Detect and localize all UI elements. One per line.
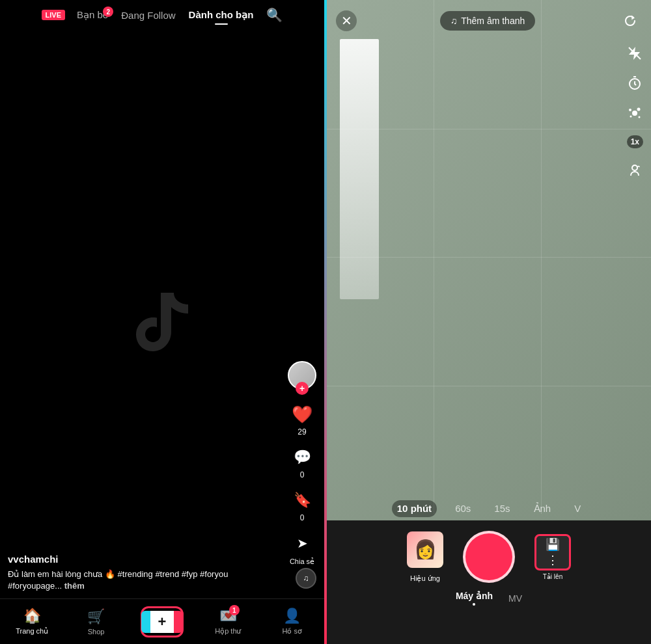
nav-inbox[interactable]: 💌 1 Hộp thư [208, 608, 247, 636]
camera-controls-row: 👩 Hiệu ứng 💾 ⋮ Tải lên [327, 531, 651, 583]
bookmark-action[interactable]: 🔖 0 [290, 489, 314, 522]
gallery-thumbnail[interactable]: 👩 [407, 531, 443, 568]
upload-icon: 💾 [546, 537, 560, 552]
duration-15s[interactable]: 15s [489, 500, 515, 517]
inbox-badge: 1 [229, 605, 240, 615]
record-button[interactable] [463, 531, 515, 583]
video-description: Đủ làm em hài lòng chưa 🔥 #trending #tre… [8, 569, 279, 592]
camera-mode-row: Máy ảnh MV [456, 591, 522, 606]
nav-home[interactable]: 🏠 Trang chủ [12, 608, 51, 636]
effect-label: Hiệu ứng [410, 574, 440, 583]
duration-selector: 10 phút 60s 15s Ảnh V [327, 500, 651, 517]
gallery-preview: 👩 [407, 531, 443, 568]
close-button[interactable]: ✕ [336, 10, 357, 31]
create-button-wrapper[interactable]: + [141, 606, 184, 637]
comment-action[interactable]: 💬 0 [290, 446, 314, 479]
heart-icon: ❤️ [290, 403, 314, 426]
right-panel: ✕ ♫ Thêm âm thanh [327, 0, 651, 644]
rotate-camera-button[interactable] [618, 9, 642, 33]
profile-icon: 👤 [283, 608, 301, 624]
notification-badge: 2 [103, 7, 113, 17]
share-label: Chia sẻ [290, 557, 314, 566]
record-inner [467, 535, 511, 579]
duration-10min[interactable]: 10 phút [392, 500, 437, 517]
speed-icon[interactable]: 1x [627, 135, 643, 148]
more-link[interactable]: thêm [64, 581, 85, 591]
mode-camera[interactable]: Máy ảnh [456, 591, 493, 606]
grid-line-v2 [541, 0, 542, 514]
video-info: vvchamchi Đủ làm em hài lòng chưa 🔥 #tre… [8, 554, 279, 592]
comment-icon: 💬 [290, 446, 314, 469]
share-action[interactable]: ➤ Chia sẻ [290, 531, 314, 566]
svg-point-6 [639, 116, 641, 118]
grid-line-h3 [327, 386, 651, 386]
timer-icon[interactable] [627, 75, 643, 91]
speed-label: 1x [627, 135, 643, 148]
duration-v[interactable]: V [569, 500, 586, 517]
like-count: 29 [298, 427, 306, 436]
svg-point-4 [637, 108, 641, 111]
svg-point-5 [630, 116, 632, 118]
upload-button[interactable]: 💾 ⋮ [534, 534, 571, 570]
mode-mv[interactable]: MV [508, 593, 522, 604]
duration-60s[interactable]: 60s [450, 500, 476, 517]
nav-tab-for-you[interactable]: Dành cho bạn [185, 7, 258, 23]
live-badge[interactable]: LIVE [42, 10, 65, 20]
search-icon[interactable]: 🔍 [266, 7, 283, 23]
create-icon: + [158, 613, 167, 630]
upload-dots-icon: ⋮ [547, 553, 559, 567]
effects-icon[interactable] [627, 105, 643, 121]
music-note-icon: ♫ [450, 16, 458, 26]
home-icon: 🏠 [23, 608, 41, 624]
camera-right-sidebar: 1x [627, 46, 643, 178]
video-area [0, 0, 324, 644]
gallery-container: 👩 Hiệu ứng [407, 531, 443, 583]
nav-tab-following[interactable]: Đang Follow [117, 7, 179, 23]
shop-icon: 🛒 [87, 608, 105, 625]
flash-icon[interactable] [627, 46, 643, 61]
svg-point-3 [629, 109, 631, 111]
mode-indicator [473, 603, 475, 606]
grid-line-v1 [434, 0, 434, 514]
avatar-container: + [288, 361, 316, 390]
nav-shop[interactable]: 🛒 Shop [77, 608, 116, 636]
duration-photo[interactable]: Ảnh [529, 500, 557, 517]
follow-button[interactable]: + [296, 382, 309, 395]
bookmark-icon: 🔖 [290, 489, 314, 512]
share-icon: ➤ [290, 531, 314, 555]
add-sound-button[interactable]: ♫ Thêm âm thanh [440, 11, 536, 31]
top-nav: LIVE Bạn bè 2 Đang Follow Dành cho bạn 🔍 [0, 0, 324, 30]
nav-tab-friends[interactable]: Bạn bè 2 [73, 7, 112, 23]
upload-label: Tải lên [543, 573, 562, 580]
upload-container: 💾 ⋮ Tải lên [534, 534, 571, 580]
window-light [340, 39, 379, 299]
video-username[interactable]: vvchamchi [8, 554, 279, 565]
comment-count: 0 [300, 470, 305, 479]
nav-profile[interactable]: 👤 Hồ sơ [273, 608, 312, 636]
camera-bottom: 👩 Hiệu ứng 💾 ⋮ Tải lên Máy ảnh [327, 520, 651, 644]
svg-point-7 [632, 165, 637, 170]
svg-point-2 [632, 111, 637, 116]
tiktok-watermark [136, 293, 188, 351]
camera-top-bar: ✕ ♫ Thêm âm thanh [327, 9, 651, 33]
beauty-icon[interactable] [627, 163, 643, 178]
bottom-nav: 🏠 Trang chủ 🛒 Shop + 💌 1 Hộp thư 👤 Hồ sơ [0, 598, 324, 644]
like-action[interactable]: ❤️ 29 [290, 403, 314, 436]
music-disc[interactable]: ♫ [296, 568, 316, 589]
left-panel: LIVE Bạn bè 2 Đang Follow Dành cho bạn 🔍… [0, 0, 324, 644]
rotate-icon [622, 12, 639, 29]
bookmark-count: 0 [300, 513, 305, 522]
right-actions: + ❤️ 29 💬 0 🔖 0 ➤ Chia sẻ [288, 361, 316, 566]
